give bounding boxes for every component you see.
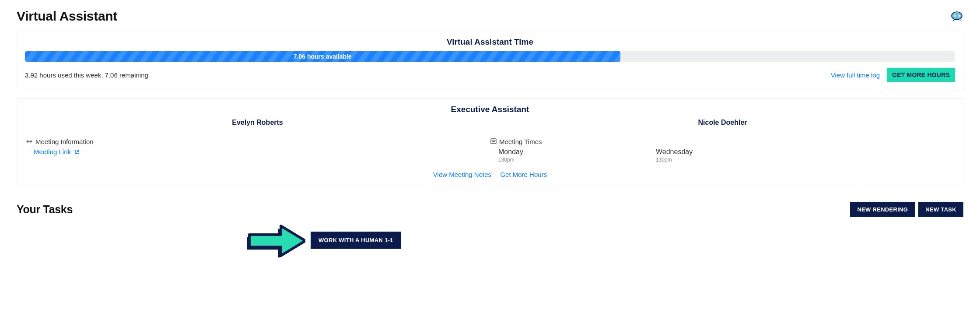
vat-progress-bar: 7.06 hours available: [25, 51, 955, 62]
work-with-human-button[interactable]: WORK WITH A HUMAN 1-1: [311, 232, 401, 249]
svg-rect-12: [492, 141, 493, 142]
calendar-icon: [490, 138, 497, 145]
tasks-title: Your Tasks: [17, 203, 73, 216]
svg-point-4: [958, 15, 959, 16]
svg-point-0: [952, 12, 962, 20]
svg-line-6: [960, 20, 960, 21]
meeting-times-heading: Meeting Times: [490, 138, 955, 145]
ea-card-title: Executive Assistant: [25, 105, 955, 114]
vat-status-text: 3.92 hours used this week, 7.06 remainin…: [25, 71, 148, 79]
vat-time-card: Virtual Assistant Time 7.06 hours availa…: [17, 31, 963, 89]
meeting-times-label: Meeting Times: [499, 138, 542, 145]
new-rendering-button[interactable]: NEW RENDERING: [850, 202, 915, 217]
meeting-info-label: Meeting Information: [35, 138, 94, 145]
view-full-time-log-link[interactable]: View full time log: [831, 71, 880, 79]
meeting-time-2: 130pm: [656, 157, 955, 163]
vat-card-title: Virtual Assistant Time: [25, 37, 955, 47]
get-more-hours-button[interactable]: GET MORE HOURS: [887, 68, 955, 82]
meeting-info-heading: Meeting Information: [26, 138, 490, 145]
executive-assistant-card: Executive Assistant Evelyn Roberts Nicol…: [17, 98, 963, 186]
vat-progress-label: 7.06 hours available: [25, 51, 620, 62]
new-task-button[interactable]: NEW TASK: [918, 202, 963, 217]
avatar[interactable]: [950, 11, 963, 21]
meeting-day-2: Wednesday: [656, 148, 955, 156]
arrow-icon: [244, 222, 305, 257]
handshake-icon: [26, 138, 33, 145]
svg-point-3: [954, 15, 955, 16]
external-link-icon: [74, 148, 80, 154]
view-meeting-notes-link[interactable]: View Meeting Notes: [433, 171, 491, 178]
page-title: Virtual Assistant: [17, 9, 117, 24]
ea-name-1: Evelyn Roberts: [25, 119, 490, 127]
ea-get-more-hours-link[interactable]: Get More Hours: [500, 171, 547, 178]
svg-line-5: [953, 20, 954, 21]
ea-name-2: Nicole Doehler: [490, 119, 955, 127]
svg-rect-13: [493, 141, 494, 142]
meeting-link-label: Meeting Link: [34, 148, 71, 155]
meeting-link[interactable]: Meeting Link: [34, 148, 80, 155]
meeting-day-1: Monday: [498, 148, 656, 156]
meeting-time-1: 130pm: [498, 157, 656, 163]
svg-rect-14: [494, 141, 495, 142]
